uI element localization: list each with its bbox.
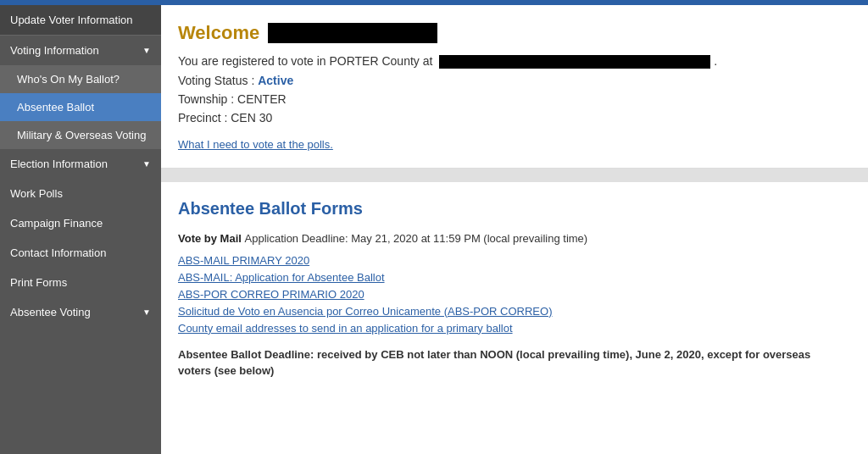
redacted-address xyxy=(439,55,710,69)
sidebar-item-military-overseas[interactable]: Military & Overseas Voting xyxy=(0,121,161,149)
gray-divider xyxy=(161,169,868,182)
sidebar-section-election-info[interactable]: Election Information ▼ xyxy=(0,149,161,179)
absentee-deadline-note: Absentee Ballot Deadline: received by CE… xyxy=(178,346,843,379)
precinct-line: Precinct : CEN 30 xyxy=(178,111,843,125)
sidebar-section-voting-info[interactable]: Voting Information ▼ xyxy=(0,36,161,65)
abs-link-0[interactable]: ABS-MAIL PRIMARY 2020 xyxy=(178,254,843,267)
sidebar-item-contact-info[interactable]: Contact Information xyxy=(0,238,161,268)
sidebar-item-update-voter[interactable]: Update Voter Information xyxy=(0,5,161,36)
layout: Update Voter Information Voting Informat… xyxy=(0,5,868,454)
sidebar-item-campaign-finance[interactable]: Campaign Finance xyxy=(0,208,161,238)
sidebar-item-absentee-ballot[interactable]: Absentee Ballot xyxy=(0,93,161,121)
chevron-down-icon-2: ▼ xyxy=(142,159,151,169)
main-content: Welcome You are registered to vote in PO… xyxy=(161,5,868,454)
township-line: Township : CENTER xyxy=(178,92,843,106)
welcome-section: Welcome You are registered to vote in PO… xyxy=(161,5,868,169)
voting-status-line: Voting Status : Active xyxy=(178,74,843,87)
sidebar: Update Voter Information Voting Informat… xyxy=(0,5,161,454)
registered-text: You are registered to vote in PORTER Cou… xyxy=(178,54,843,69)
abs-link-1[interactable]: ABS-MAIL: Application for Absentee Ballo… xyxy=(178,271,843,284)
what-i-need-link[interactable]: What I need to vote at the polls. xyxy=(178,138,333,151)
voting-status-value: Active xyxy=(258,74,293,87)
welcome-title: Welcome xyxy=(178,22,843,44)
sidebar-item-work-polls[interactable]: Work Polls xyxy=(0,179,161,208)
chevron-down-icon-3: ▼ xyxy=(142,307,151,317)
sidebar-section-absentee-voting[interactable]: Absentee Voting ▼ xyxy=(0,297,161,327)
abs-link-3[interactable]: Solicitud de Voto en Ausencia por Correo… xyxy=(178,305,843,318)
absentee-section: Absentee Ballot Forms Vote by Mail Appli… xyxy=(161,182,868,403)
sidebar-item-whos-on-ballot[interactable]: Who's On My Ballot? xyxy=(0,65,161,93)
abs-link-4[interactable]: County email addresses to send in an app… xyxy=(178,322,843,335)
vbm-deadline-line: Vote by Mail Application Deadline: May 2… xyxy=(178,230,843,247)
absentee-title: Absentee Ballot Forms xyxy=(178,199,843,219)
abs-link-2[interactable]: ABS-POR CORREO PRIMARIO 2020 xyxy=(178,288,843,301)
vbm-deadline-text: Application Deadline: May 21, 2020 at 11… xyxy=(245,232,588,245)
sidebar-item-print-forms[interactable]: Print Forms xyxy=(0,268,161,297)
redacted-name xyxy=(268,23,437,43)
chevron-down-icon: ▼ xyxy=(142,46,151,55)
